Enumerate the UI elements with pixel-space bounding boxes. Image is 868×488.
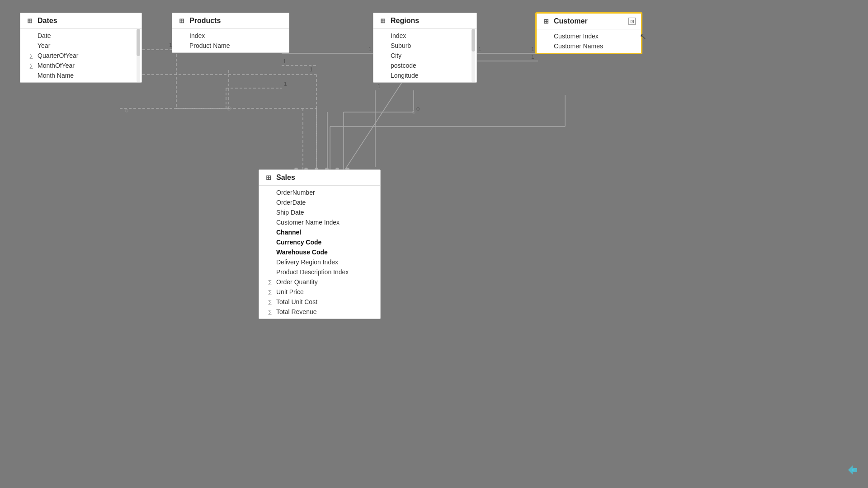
- regions-suburb-icon: [381, 42, 388, 49]
- customer-field-index: Customer Index: [537, 31, 641, 41]
- sales-field-shipdate: Ship Date: [259, 207, 380, 217]
- sales-field-productdescriptionindex: Product Description Index: [259, 267, 380, 277]
- regions-longitude-icon: [381, 72, 388, 79]
- sales-table[interactable]: ⊞ Sales OrderNumber OrderDate Ship Date …: [259, 169, 381, 319]
- products-field-index: Index: [172, 31, 289, 41]
- svg-point-18: [125, 109, 128, 112]
- sales-field-orderquantity: ∑ Order Quantity: [259, 277, 380, 287]
- dates-table-icon: ⊞: [26, 17, 34, 25]
- dates-field-quarterofyear: ∑ QuarterOfYear: [20, 51, 142, 61]
- sales-field-deliveryregionindex: Delivery Region Index: [259, 257, 380, 267]
- orderquantity-icon: ∑: [266, 278, 274, 286]
- sales-field-totalunitcost: ∑ Total Unit Cost: [259, 297, 380, 307]
- deliveryregionindex-icon: [266, 258, 274, 266]
- dates-table[interactable]: ⊞ Dates Date Year ∑ QuarterOfYear ∑ Mont…: [20, 13, 142, 83]
- shipdate-icon: [266, 209, 274, 216]
- svg-text:1: 1: [377, 83, 381, 89]
- sales-field-warehousecode: Warehouse Code: [259, 247, 380, 257]
- customer-expand-button[interactable]: ⊡: [628, 18, 636, 25]
- sales-field-orderdate: OrderDate: [259, 197, 380, 207]
- regions-scroll[interactable]: [472, 29, 475, 82]
- regions-field-postcode: postcode: [373, 61, 476, 70]
- svg-text:◇: ◇: [227, 104, 232, 111]
- regions-scroll-thumb: [472, 29, 475, 52]
- svg-text:1: 1: [284, 81, 287, 87]
- dates-table-header: ⊞ Dates: [20, 13, 142, 29]
- unitprice-icon: ∑: [266, 288, 274, 296]
- regions-field-longitude: Longitude: [373, 70, 476, 80]
- regions-table[interactable]: ⊞ Regions Index Suburb City postcode: [373, 13, 477, 83]
- products-table-title: Products: [189, 17, 221, 25]
- totalunitcost-icon: ∑: [266, 298, 274, 305]
- sales-field-ordernumber: OrderNumber: [259, 188, 380, 197]
- sales-table-body: OrderNumber OrderDate Ship Date Customer…: [259, 186, 380, 319]
- sales-table-title: Sales: [276, 174, 295, 182]
- navigate-icon[interactable]: [846, 464, 859, 479]
- svg-text:1: 1: [478, 46, 481, 52]
- year-field-icon: [28, 42, 35, 49]
- dates-scroll-thumb: [137, 29, 140, 56]
- svg-text:1: 1: [283, 58, 286, 65]
- dates-field-year: Year: [20, 41, 142, 51]
- dates-field-date: Date: [20, 31, 142, 41]
- sales-table-icon: ⊞: [264, 174, 273, 182]
- dates-table-body: Date Year ∑ QuarterOfYear ∑ MonthOfYear …: [20, 29, 142, 82]
- svg-text:1: 1: [531, 46, 534, 52]
- sales-field-channel: Channel: [259, 227, 380, 237]
- totalrevenue-icon: ∑: [266, 308, 274, 315]
- regions-table-icon: ⊞: [379, 17, 387, 25]
- monthofyear-icon: ∑: [28, 62, 35, 69]
- svg-text:1: 1: [368, 46, 372, 52]
- regions-table-header: ⊞ Regions: [373, 13, 476, 29]
- dates-table-title: Dates: [38, 17, 57, 25]
- regions-postcode-icon: [381, 62, 388, 69]
- products-table[interactable]: ⊞ Products Index Product Name: [172, 13, 289, 53]
- regions-field-suburb: Suburb: [373, 41, 476, 51]
- products-table-icon: ⊞: [178, 17, 186, 25]
- sales-table-header: ⊞ Sales: [259, 170, 380, 186]
- customer-field-names: Customer Names: [537, 41, 641, 51]
- regions-table-title: Regions: [391, 17, 419, 25]
- sales-field-customernameindex: Customer Name Index: [259, 217, 380, 227]
- customer-table-body: Customer Index Customer Names: [537, 29, 641, 53]
- date-field-icon: [28, 32, 35, 39]
- channel-icon: [266, 229, 274, 236]
- regions-table-body: Index Suburb City postcode Longitude: [373, 29, 476, 82]
- dates-field-monthofyear: ∑ MonthOfYear: [20, 61, 142, 70]
- svg-text:1: 1: [531, 54, 534, 60]
- customer-table-header: ⊞ Customer ⊡: [537, 14, 641, 29]
- sales-field-totalrevenue: ∑ Total Revenue: [259, 307, 380, 317]
- svg-text:◇: ◇: [416, 105, 420, 112]
- products-table-body: Index Product Name: [172, 29, 289, 52]
- customer-table-title: Customer: [554, 17, 588, 25]
- products-productname-icon: [179, 42, 187, 49]
- svg-rect-51: [852, 469, 854, 471]
- dates-field-monthname: Month Name: [20, 70, 142, 80]
- regions-field-city: City: [373, 51, 476, 61]
- customer-table[interactable]: ⊞ Customer ⊡ Customer Index Customer Nam…: [536, 13, 642, 54]
- orderdate-icon: [266, 199, 274, 206]
- svg-text:1: 1: [310, 66, 313, 73]
- products-table-header: ⊞ Products: [172, 13, 289, 29]
- customer-index-icon: [544, 33, 551, 40]
- currencycode-icon: [266, 239, 274, 246]
- customer-table-icon: ⊞: [542, 17, 550, 25]
- svg-point-47: [227, 107, 231, 110]
- regions-index-icon: [381, 32, 388, 39]
- dates-scroll[interactable]: [137, 29, 140, 82]
- warehousecode-icon: [266, 249, 274, 256]
- monthname-icon: [28, 72, 35, 79]
- regions-city-icon: [381, 52, 388, 59]
- products-field-productname: Product Name: [172, 41, 289, 51]
- products-index-icon: [179, 32, 187, 39]
- sales-field-unitprice: ∑ Unit Price: [259, 287, 380, 297]
- productdescriptionindex-icon: [266, 268, 274, 276]
- customer-names-icon: [544, 42, 551, 50]
- svg-point-38: [412, 111, 415, 113]
- sales-field-currencycode: Currency Code: [259, 237, 380, 247]
- ordernumber-icon: [266, 189, 274, 196]
- canvas: 1 1 1 1 1 ◇: [0, 0, 868, 488]
- quarterofyear-icon: ∑: [28, 52, 35, 59]
- customernameindex-icon: [266, 219, 274, 226]
- regions-field-index: Index: [373, 31, 476, 41]
